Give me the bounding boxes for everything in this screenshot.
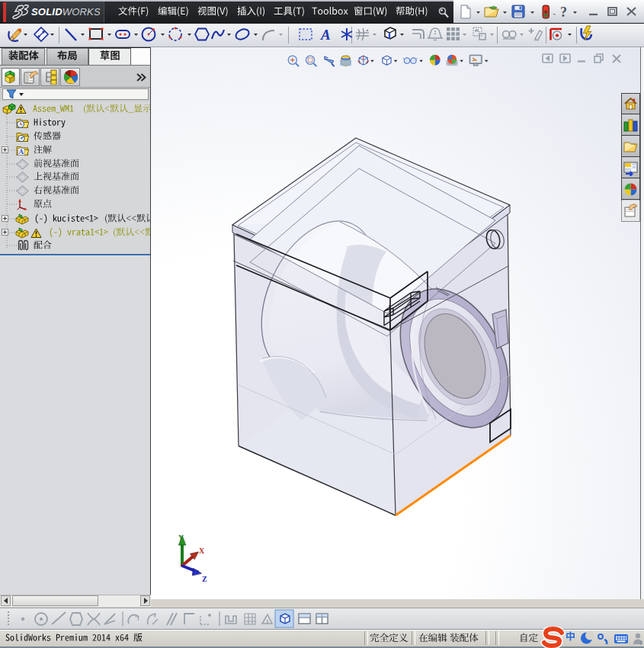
svg-text:Z: Z — [202, 575, 207, 583]
svg-text:A: A — [320, 27, 331, 43]
svg-text:?: ? — [560, 5, 567, 20]
svg-text:X: X — [199, 547, 205, 555]
svg-text:7: 7 — [639, 640, 642, 646]
svg-text:Y: Y — [178, 534, 184, 542]
